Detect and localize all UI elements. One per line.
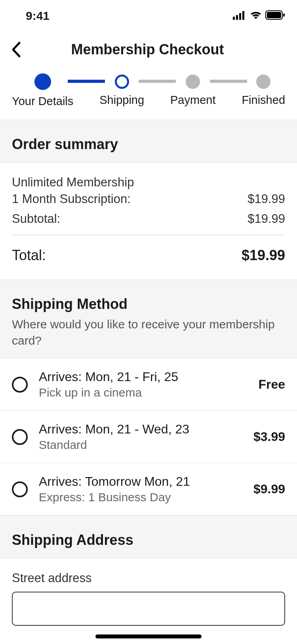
status-time: 9:41: [26, 9, 50, 23]
order-item-price: $19.99: [248, 192, 285, 206]
status-bar: 9:41: [0, 0, 297, 32]
step-circle-upcoming: [256, 75, 270, 89]
total-row: Total: $19.99: [12, 247, 285, 264]
shipping-arrival: Arrives: Mon, 21 - Fri, 25: [39, 370, 247, 384]
step-your-details: Your Details: [12, 73, 73, 108]
order-item-desc: 1 Month Subscription:: [12, 192, 131, 206]
summary-divider: [12, 235, 285, 235]
street-address-label: Street address: [12, 571, 285, 585]
svg-rect-2: [239, 13, 241, 20]
shipping-option-pickup[interactable]: Arrives: Mon, 21 - Fri, 25 Pick up in a …: [0, 358, 297, 411]
step-shipping: Shipping: [99, 75, 144, 107]
shipping-method-header: Shipping Method Where would you like to …: [0, 280, 297, 358]
shipping-desc: Express: 1 Business Day: [39, 491, 242, 504]
total-value: $19.99: [242, 247, 285, 264]
radio-icon: [12, 429, 28, 445]
svg-rect-0: [233, 17, 235, 20]
shipping-method-subtitle: Where would you like to receive your mem…: [12, 316, 285, 349]
shipping-price: $3.99: [253, 429, 285, 444]
order-summary-body: Unlimited Membership 1 Month Subscriptio…: [0, 163, 297, 280]
shipping-option-text: Arrives: Tomorrow Mon, 21 Express: 1 Bus…: [39, 474, 242, 504]
step-circle-completed: [34, 73, 51, 90]
step-label: Payment: [170, 94, 215, 107]
radio-icon: [12, 377, 28, 393]
radio-icon: [12, 481, 28, 497]
step-circle-upcoming: [186, 75, 200, 89]
shipping-arrival: Arrives: Mon, 21 - Wed, 23: [39, 422, 242, 437]
street-address-input[interactable]: [12, 592, 285, 626]
shipping-method-title: Shipping Method: [12, 296, 285, 312]
shipping-option-text: Arrives: Mon, 21 - Fri, 25 Pick up in a …: [39, 370, 247, 399]
svg-rect-1: [236, 15, 238, 20]
battery-icon: [265, 9, 285, 23]
shipping-option-text: Arrives: Mon, 21 - Wed, 23 Standard: [39, 422, 242, 452]
shipping-option-express[interactable]: Arrives: Tomorrow Mon, 21 Express: 1 Bus…: [0, 463, 297, 516]
shipping-price: Free: [258, 377, 285, 392]
svg-rect-3: [242, 11, 244, 20]
svg-rect-5: [267, 12, 281, 18]
total-label: Total:: [12, 247, 46, 264]
shipping-address-header: Shipping Address: [0, 516, 297, 558]
shipping-arrival: Arrives: Tomorrow Mon, 21: [39, 474, 242, 489]
shipping-desc: Pick up in a cinema: [39, 386, 247, 399]
step-finished: Finished: [242, 75, 285, 107]
subtotal-label: Subtotal:: [12, 212, 60, 226]
home-indicator[interactable]: [95, 634, 202, 638]
order-item-name: Unlimited Membership: [12, 174, 285, 190]
wifi-icon: [249, 9, 262, 23]
subtotal-row: Subtotal: $19.99: [12, 212, 285, 226]
shipping-desc: Standard: [39, 438, 242, 452]
status-indicators: [233, 9, 285, 23]
order-item-row: 1 Month Subscription: $19.99: [12, 192, 285, 206]
step-payment: Payment: [170, 75, 215, 107]
step-circle-current: [115, 75, 129, 89]
order-summary-header: Order summary: [0, 120, 297, 163]
shipping-address-title: Shipping Address: [12, 532, 285, 548]
step-label: Finished: [242, 94, 285, 107]
cellular-icon: [233, 9, 246, 23]
shipping-option-standard[interactable]: Arrives: Mon, 21 - Wed, 23 Standard $3.9…: [0, 411, 297, 463]
subtotal-value: $19.99: [248, 212, 285, 226]
progress-stepper: Your Details Shipping Payment Finished: [0, 67, 297, 120]
shipping-address-body: Street address: [0, 558, 297, 626]
step-label: Your Details: [12, 95, 73, 108]
page-title: Membership Checkout: [6, 41, 289, 58]
header: Membership Checkout: [0, 32, 297, 67]
svg-rect-6: [283, 13, 285, 17]
order-summary-title: Order summary: [12, 136, 285, 153]
step-label: Shipping: [99, 94, 144, 107]
shipping-price: $9.99: [253, 482, 285, 496]
